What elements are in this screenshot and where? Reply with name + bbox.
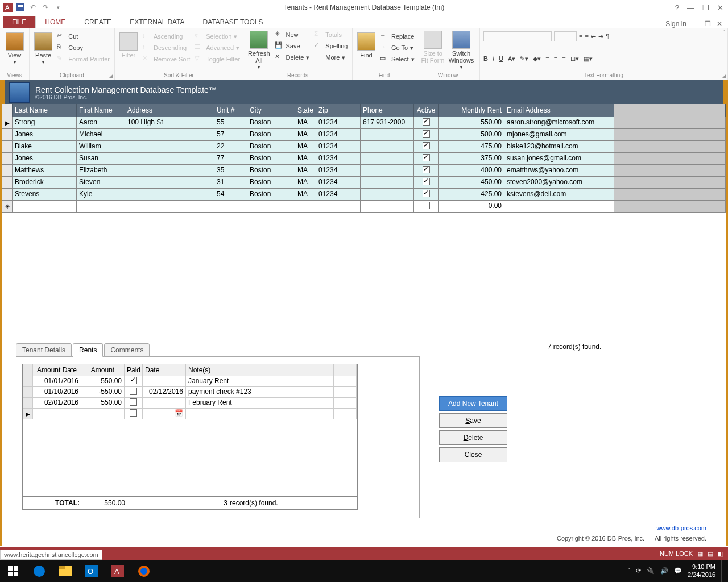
descending-button[interactable]: ↑Descending: [141, 43, 191, 53]
row-selector[interactable]: [2, 189, 13, 200]
table-row[interactable]: ▶ Strong Aaron 100 High St 55 Boston MA …: [2, 117, 726, 129]
col-rent[interactable]: Monthly Rent: [439, 104, 504, 117]
bold-icon[interactable]: B: [483, 55, 488, 62]
col-last-name[interactable]: Last Name: [13, 104, 77, 117]
tab-create[interactable]: CREATE: [75, 16, 121, 28]
delete-button[interactable]: Delete: [439, 430, 507, 445]
row-selector[interactable]: [23, 387, 33, 397]
underline-icon[interactable]: U: [499, 55, 503, 62]
active-checkbox[interactable]: [423, 154, 430, 161]
col-first-name[interactable]: First Name: [77, 104, 125, 117]
view-button[interactable]: View ▾: [3, 31, 26, 66]
tab-comments[interactable]: Comments: [104, 343, 150, 357]
active-checkbox[interactable]: [423, 130, 430, 138]
save-icon[interactable]: [15, 2, 26, 13]
doc-minimize-icon[interactable]: —: [692, 20, 699, 28]
tab-file[interactable]: FILE: [3, 16, 35, 28]
decrease-indent-icon[interactable]: ⇤: [591, 33, 596, 40]
show-desktop-button[interactable]: [721, 560, 725, 582]
row-selector[interactable]: [23, 398, 33, 408]
select-button[interactable]: ▭Select ▾: [379, 54, 416, 64]
font-size-dropdown[interactable]: [554, 31, 577, 41]
col-zip[interactable]: Zip: [316, 104, 361, 117]
table-row[interactable]: Jones Michael 57 Boston MA 01234 500.00 …: [2, 129, 726, 141]
advanced-button[interactable]: ☰Advanced ▾: [193, 43, 241, 53]
view-layout-icon[interactable]: ◧: [718, 550, 723, 558]
remove-sort-button[interactable]: ⨯Remove Sort: [141, 54, 191, 64]
active-checkbox[interactable]: [423, 118, 430, 126]
close-button[interactable]: Close: [439, 447, 507, 462]
active-checkbox[interactable]: [423, 178, 430, 185]
new-row-selector-icon[interactable]: ✳: [2, 201, 13, 212]
row-selector[interactable]: [23, 376, 33, 386]
fill-color-icon[interactable]: ◆▾: [533, 55, 541, 63]
switch-windows-button[interactable]: Switch Windows ▾: [448, 30, 474, 71]
more-button[interactable]: ⋯More ▾: [313, 52, 349, 63]
row-selector[interactable]: [2, 165, 13, 176]
row-selector[interactable]: [2, 153, 13, 164]
table-new-row[interactable]: ✳ 0.00: [2, 201, 726, 213]
numbering-icon[interactable]: ≡: [585, 33, 588, 40]
goto-button[interactable]: →Go To ▾: [379, 43, 416, 53]
size-to-fit-button[interactable]: Size to Fit Form: [420, 30, 446, 65]
tray-volume-icon[interactable]: 🔊: [660, 567, 668, 575]
subgrid-new-row[interactable]: ▶ 📅: [23, 409, 357, 419]
window-close-icon[interactable]: ✕: [717, 3, 723, 12]
subgrid-row[interactable]: 01/01/2016 550.00 January Rent: [23, 376, 357, 387]
paid-checkbox[interactable]: [130, 409, 137, 417]
align-right-icon[interactable]: ≡: [562, 55, 565, 62]
col-email[interactable]: Email Address: [504, 104, 614, 117]
copy-button[interactable]: ⎘Copy: [56, 43, 111, 53]
cut-button[interactable]: ✂Cut: [56, 31, 111, 41]
col-phone[interactable]: Phone: [361, 104, 414, 117]
doc-restore-icon[interactable]: ❐: [705, 20, 711, 28]
format-painter-button[interactable]: ✎Format Painter: [56, 54, 111, 64]
table-row[interactable]: Broderick Steven 31 Boston MA 01234 450.…: [2, 177, 726, 189]
qat-customize-icon[interactable]: ▾: [52, 2, 64, 13]
align-left-icon[interactable]: ≡: [545, 55, 549, 62]
tab-tenant-details[interactable]: Tenant Details: [16, 343, 72, 357]
find-button[interactable]: Find: [356, 31, 377, 60]
tab-home[interactable]: HOME: [35, 16, 75, 28]
date-picker-icon[interactable]: 📅: [143, 409, 186, 419]
current-row-indicator-icon[interactable]: ▶: [23, 409, 33, 419]
row-selector[interactable]: ▶: [2, 117, 13, 128]
window-minimize-icon[interactable]: —: [687, 3, 694, 12]
textfmt-launcher-icon[interactable]: ◢: [722, 73, 726, 78]
redo-icon[interactable]: ↷: [40, 2, 51, 13]
col-address[interactable]: Address: [125, 104, 214, 117]
outlook-icon[interactable]: O: [78, 560, 105, 582]
view-datasheet-icon[interactable]: ▤: [708, 550, 713, 558]
align-center-icon[interactable]: ≡: [554, 55, 557, 62]
totals-button[interactable]: ΣTotals: [313, 30, 349, 40]
gridlines-icon[interactable]: ⊞▾: [570, 55, 579, 63]
new-record-button[interactable]: ✳New: [274, 30, 311, 40]
col-unit[interactable]: Unit #: [214, 104, 247, 117]
highlight-icon[interactable]: ✎▾: [520, 55, 528, 63]
save-button[interactable]: Save: [439, 413, 507, 428]
bullets-icon[interactable]: ≡: [579, 33, 582, 40]
ltr-icon[interactable]: ¶: [606, 33, 609, 40]
start-button[interactable]: [0, 560, 26, 582]
tab-database-tools[interactable]: DATABASE TOOLS: [194, 16, 272, 28]
table-row[interactable]: Stevens Kyle 54 Boston MA 01234 425.00 k…: [2, 189, 726, 201]
undo-icon[interactable]: ↶: [27, 2, 39, 13]
tab-external-data[interactable]: EXTERNAL DATA: [121, 16, 193, 28]
paid-checkbox[interactable]: [130, 388, 137, 395]
paid-checkbox[interactable]: [130, 377, 137, 384]
active-checkbox[interactable]: [423, 142, 430, 149]
access-taskbar-icon[interactable]: A: [105, 560, 131, 582]
paid-checkbox[interactable]: [130, 398, 137, 406]
tray-power-icon[interactable]: 🔌: [647, 567, 655, 575]
delete-record-button[interactable]: ✕Delete ▾: [274, 52, 311, 63]
selection-button[interactable]: ▿Selection ▾: [193, 31, 241, 41]
add-new-tenant-button[interactable]: Add New Tenant: [439, 396, 507, 411]
window-restore-icon[interactable]: ❐: [702, 3, 709, 12]
taskbar-clock[interactable]: 9:10 PM 2/24/2016: [688, 563, 715, 578]
active-checkbox[interactable]: [423, 202, 430, 209]
table-row[interactable]: Blake William 22 Boston MA 01234 475.00 …: [2, 141, 726, 153]
tray-action-center-icon[interactable]: 💬: [674, 567, 682, 575]
file-explorer-icon[interactable]: [52, 560, 78, 582]
increase-indent-icon[interactable]: ⇥: [598, 33, 603, 40]
col-city[interactable]: City: [247, 104, 295, 117]
